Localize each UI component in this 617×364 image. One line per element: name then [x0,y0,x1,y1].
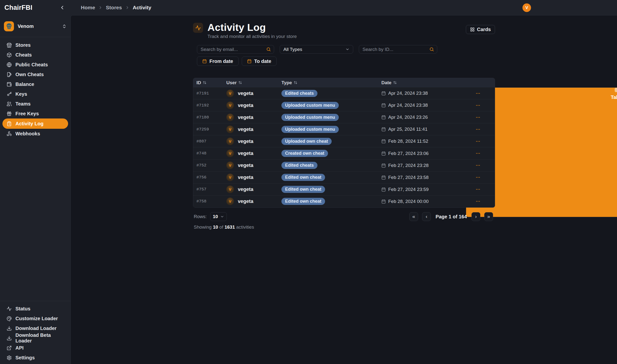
user-name: vegeta [238,115,253,120]
email-search-input[interactable] [197,45,274,54]
next-page-button[interactable]: › [471,212,480,221]
activity-date: Feb 27, 2024 23:59 [388,187,429,192]
sort-icon [393,81,397,84]
file-pen-icon [7,72,12,77]
store-selector[interactable]: Venom [0,18,70,34]
row-actions-ellipsis-button[interactable] [474,162,482,169]
breadcrumb-stores[interactable]: Stores [106,5,122,11]
sidebar-item-balance[interactable]: Balance [2,79,68,89]
user-name: vegeta [238,127,253,132]
activity-date: Feb 27, 2024 23:28 [388,163,429,168]
page-title: Activity Log [207,22,297,33]
last-page-button[interactable]: » [484,212,493,221]
column-header-type[interactable]: Type [282,80,381,85]
activity-type-badge: Edited cheats [282,90,317,97]
calendar-icon [381,199,386,204]
type-cell: Edited cheats [282,162,381,169]
row-actions-ellipsis-button[interactable] [474,102,482,109]
date-cell: Feb 27, 2024 23:28 [381,163,472,168]
sidebar-item-customize-loader[interactable]: Customize Loader [2,313,68,323]
column-label: User [226,80,237,85]
sidebar-item-label: Download Loader [15,325,57,331]
sidebar-item-download-loader[interactable]: Download Loader [2,323,68,333]
row-actions-ellipsis-button[interactable] [474,150,482,157]
previous-page-button[interactable]: ‹ [422,212,431,221]
sidebar-item-free-keys[interactable]: Free Keys [2,109,68,118]
user-avatar[interactable]: V [523,3,531,12]
column-label: Date [381,80,391,85]
sidebar-item-own-cheats[interactable]: Own Cheats [2,69,68,79]
type-filter-select[interactable]: All Types [280,45,353,54]
sidebar-item-label: Webhooks [15,131,40,137]
users-icon [7,101,12,106]
sidebar-item-teams[interactable]: Teams [2,99,68,109]
from-date-button[interactable]: From date [197,57,239,66]
row-actions-ellipsis-button[interactable] [474,138,482,145]
content-container: Activity Log Track and monitor all activ… [193,15,495,364]
sidebar-item-label: Customize Loader [15,316,58,321]
user-avatar: V [226,138,234,145]
table-body: #7191 V vegeta Edited cheats Apr 24, 202… [193,87,495,207]
sidebar-item-stores[interactable]: Stores [2,40,68,50]
sidebar-item-label: Own Cheats [15,72,44,77]
user-name: vegeta [238,139,253,144]
activity-type-badge: Edited own cheat [282,198,325,205]
column-header-id[interactable]: ID [196,80,226,85]
column-header-user[interactable]: User [226,80,282,85]
rows-per-page-select[interactable]: 10 [210,212,227,221]
column-header-date[interactable]: Date [381,80,472,85]
table-row: #758 V vegeta Edited own cheat Feb 28, 2… [193,195,495,207]
date-cell: Apr 24, 2024 23:38 [381,103,472,108]
date-filters-row: From date To date [197,57,277,66]
calendar-icon [381,187,386,192]
main-panel: Activity Log Track and monitor all activ… [70,15,617,364]
topbar: ChairFBI Home Stores Activity V [0,0,617,15]
sidebar-item-cheats[interactable]: Cheats [2,50,68,60]
row-actions-ellipsis-button[interactable] [474,90,482,97]
sidebar-item-settings[interactable]: Settings [2,353,68,363]
actions-cell [472,90,495,97]
user-name: vegeta [238,198,253,204]
row-actions-ellipsis-button[interactable] [474,126,482,133]
user-name: vegeta [238,175,253,180]
to-date-button[interactable]: To date [242,57,277,66]
row-actions-ellipsis-button[interactable] [474,186,482,193]
sidebar-collapse-button[interactable] [59,4,66,11]
globe-icon [7,62,12,67]
summary-text: of [219,224,223,230]
external-link-icon [7,345,12,351]
calendar-icon [381,115,386,119]
type-cell: Uploaded custom menu [282,126,381,133]
activity-id: #7180 [196,115,226,120]
first-page-button[interactable]: « [409,212,418,221]
calendar-icon [381,175,386,180]
activity-id: #757 [196,187,226,192]
results-summary: Showing 10 of 1631 activities [194,224,254,230]
date-cell: Feb 27, 2024 23:58 [381,175,472,180]
user-avatar: V [226,174,234,181]
cards-view-label: Cards [477,27,491,32]
summary-text: activities [236,224,254,230]
sidebar-item-webhooks[interactable]: Webhooks [2,129,68,139]
chevron-down-icon [345,47,349,52]
sidebar-item-download-beta-loader[interactable]: Download Beta Loader [2,333,68,343]
activity-date: Apr 25, 2024 11:41 [388,127,428,132]
breadcrumb-home[interactable]: Home [81,5,95,11]
row-actions-ellipsis-button[interactable] [474,198,482,205]
user-avatar: V [226,150,234,157]
row-actions-ellipsis-button[interactable] [474,114,482,121]
row-actions-ellipsis-button[interactable] [474,174,482,181]
calendar-icon [381,91,386,95]
id-search-input[interactable] [359,45,437,54]
sort-icon [203,81,206,84]
breadcrumb: Home Stores Activity [81,0,151,15]
cards-view-button[interactable]: Cards [466,25,495,34]
activity-id: #758 [196,199,226,204]
sidebar-item-activity-log[interactable]: Activity Log [2,118,68,129]
sidebar-item-api[interactable]: API [2,343,68,353]
sidebar-item-public-cheats[interactable]: Public Cheats [2,60,68,69]
sidebar-item-keys[interactable]: Keys [2,89,68,99]
actions-cell [472,162,495,169]
activity-id: #7191 [196,91,226,96]
sidebar-item-status[interactable]: Status [2,304,68,313]
